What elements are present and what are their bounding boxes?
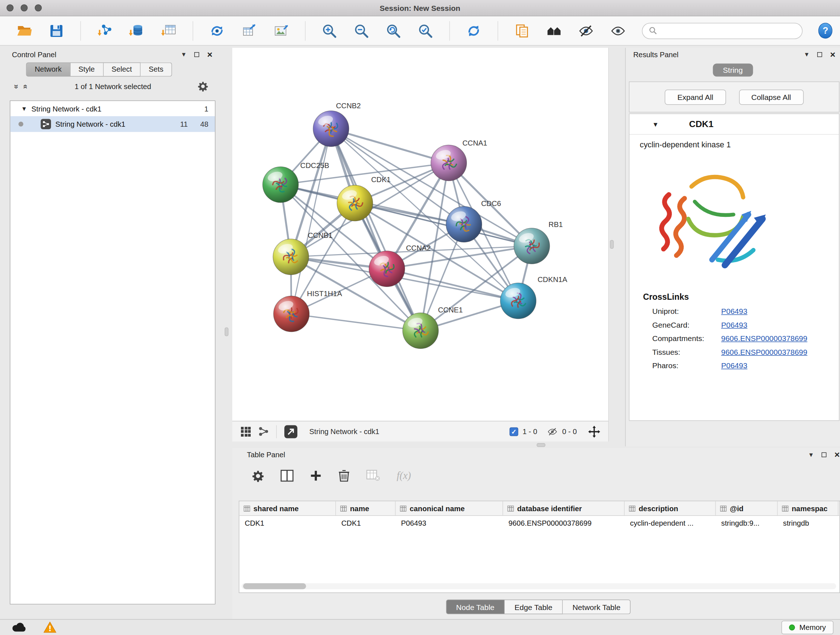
add-column-icon[interactable] [310,470,322,482]
expand-collapse-box: Expand All Collapse All [629,81,840,112]
float-panel-icon[interactable]: ▼ [804,51,810,57]
gene-header[interactable]: ▼ CDK1 [630,114,839,135]
crosslink-link[interactable]: 9606.ENSP00000378699 [722,334,807,343]
tab-edge-table[interactable]: Edge Table [505,600,562,614]
crosslink-link[interactable]: P06493 [722,320,747,329]
close-panel-icon[interactable]: ✕ [207,50,213,59]
network-node-cdc25b[interactable] [263,167,298,203]
tab-string[interactable]: String [713,64,753,77]
maximize-panel-icon[interactable] [821,452,827,457]
network-node-cdkn1a[interactable] [500,283,536,319]
collapse-arrow-icon[interactable]: ▼ [21,105,27,112]
collapse-all-button[interactable]: Collapse All [739,89,804,105]
network-node-cdk1[interactable] [337,185,373,221]
zoom-window-button[interactable] [35,4,42,11]
show-graphics-details-button[interactable] [610,22,626,39]
column-header--id[interactable]: @id [716,501,778,516]
network-view[interactable]: CCNB2CCNA1CDC25BCDK1CDC6RB1CCNB1CCNA2CDK… [232,48,609,421]
network-node-ccnb1[interactable] [273,239,309,275]
selected-checkbox-icon[interactable]: ✓ [509,427,518,436]
collapse-section-icon[interactable]: ▼ [652,120,659,128]
maximize-panel-icon[interactable] [817,52,822,57]
tab-style[interactable]: Style [70,63,103,77]
network-tree: ▼ String Network - cdk1 1 String Network… [10,101,216,605]
splitter-handle[interactable] [610,240,614,249]
expand-all-button[interactable]: Expand All [665,89,726,105]
copy-button[interactable] [514,22,531,39]
close-panel-icon[interactable]: ✕ [834,450,840,459]
zoom-out-button[interactable] [354,22,370,39]
import-network-database-button[interactable] [129,22,145,39]
tab-select[interactable]: Select [103,63,141,77]
network-node-ccna1[interactable] [431,145,467,181]
close-window-button[interactable] [6,4,14,11]
zoom-selected-button[interactable] [417,22,434,39]
export-image-button[interactable] [273,22,289,39]
network-view-toolbar: String Network - cdk1 ✓ 1 - 0 0 - 0 [232,421,609,442]
show-columns-icon[interactable] [281,470,294,482]
node-count: 11 [172,120,188,128]
maximize-panel-icon[interactable] [194,52,199,57]
search-input[interactable] [661,27,796,35]
hide-graphics-details-button[interactable] [578,22,594,39]
crosslink-link[interactable]: P06493 [722,361,747,370]
pan-move-icon[interactable] [588,425,601,438]
network-node-hist1h1a[interactable] [273,296,309,332]
cloud-icon[interactable] [12,622,26,632]
save-session-button[interactable] [49,22,65,39]
tab-network[interactable]: Network [26,63,70,77]
memory-button[interactable]: Memory [782,621,834,634]
delete-column-icon[interactable] [338,469,350,482]
table-cell: cyclin-dependent ... [625,516,716,530]
update-network-button[interactable] [209,22,225,39]
network-node-rb1[interactable] [514,228,550,264]
table-options-gear-icon[interactable] [252,470,264,482]
warning-icon[interactable] [43,621,57,633]
options-gear-icon[interactable] [197,81,208,92]
crosslink-link[interactable]: 9606.ENSP00000378699 [722,348,807,356]
horizontal-scrollbar[interactable] [242,583,836,589]
crosslinks-list: Uniprot:P06493GeneCard:P06493Compartment… [630,307,839,370]
network-node-cdc6[interactable] [446,206,482,242]
network-collection-row[interactable]: ▼ String Network - cdk1 1 [11,101,215,116]
column-header-name[interactable]: name [336,501,396,516]
new-table-from-network-button[interactable] [241,22,257,39]
open-session-button[interactable] [16,22,33,39]
column-header-shared-name[interactable]: shared name [240,501,336,516]
birds-eye-view-icon[interactable] [241,426,251,436]
network-node-ccne1[interactable] [403,313,439,348]
float-panel-icon[interactable]: ▼ [181,51,187,57]
scrollbar-thumb[interactable] [243,583,306,589]
column-header-namespac[interactable]: namespac [778,501,838,516]
splitter-handle[interactable] [537,443,546,447]
table-tabs: Node TableEdge TableNetwork Table [232,600,840,614]
network-node-ccna2[interactable] [369,251,405,287]
minimize-window-button[interactable] [21,4,28,11]
network-row[interactable]: String Network - cdk1 11 48 [11,116,215,132]
share-network-icon[interactable] [258,426,269,437]
column-header-canonical-name[interactable]: canonical name [396,501,503,516]
fit-content-button[interactable] [385,22,401,39]
table-cell: stringdb:9... [716,516,778,530]
refresh-view-button[interactable] [466,22,482,39]
column-header-database-identifier[interactable]: database identifier [503,501,625,516]
import-network-file-button[interactable] [96,22,113,39]
help-button[interactable]: ? [818,23,832,39]
zoom-in-button[interactable] [321,22,338,39]
tab-network-table[interactable]: Network Table [562,600,630,614]
network-canvas[interactable]: CCNB2CCNA1CDC25BCDK1CDC6RB1CCNB1CCNA2CDK… [232,48,609,421]
splitter-handle[interactable] [225,328,229,336]
search-box[interactable] [642,22,803,39]
column-header-description[interactable]: description [625,501,716,516]
table-row[interactable]: CDK1CDK1P064939606.ENSP00000378699cyclin… [240,516,840,530]
crosslink-link[interactable]: P06493 [722,307,747,316]
open-in-new-window-icon[interactable] [284,425,297,438]
tab-sets[interactable]: Sets [141,63,172,77]
collapse-all-icon[interactable]: » [20,82,29,90]
import-table-file-button[interactable] [161,22,177,39]
network-node-ccnb2[interactable] [313,111,349,147]
tab-node-table[interactable]: Node Table [446,600,505,614]
close-panel-icon[interactable]: ✕ [830,50,836,59]
float-panel-icon[interactable]: ▼ [808,451,814,458]
home-button[interactable] [546,22,562,39]
